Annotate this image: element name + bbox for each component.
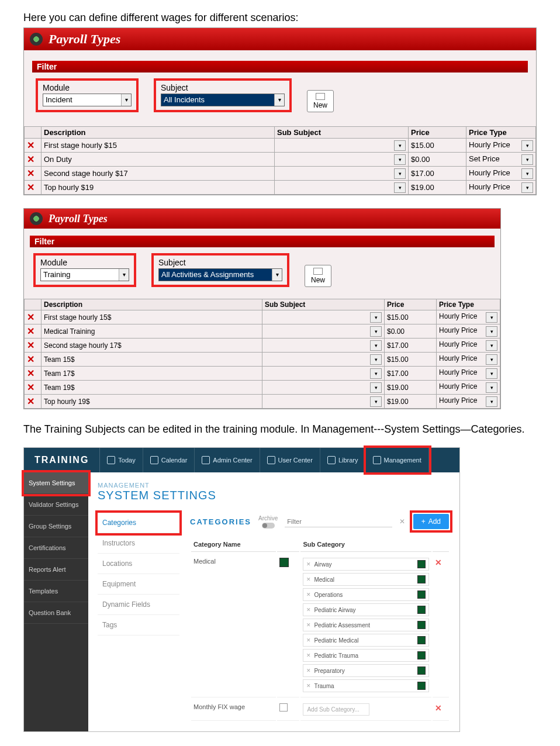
cell-pricetype[interactable]: Hourly Price▾ xyxy=(437,395,500,409)
color-swatch[interactable] xyxy=(417,560,426,568)
sidebar-item-system-settings[interactable]: System Settings xyxy=(24,472,88,494)
delete-icon[interactable]: ✕ xyxy=(27,312,34,322)
module-dropdown[interactable]: Incident ▾ xyxy=(43,94,132,106)
chevron-down-icon[interactable]: ▾ xyxy=(486,382,497,393)
cell-price[interactable]: $15.00 xyxy=(385,310,437,324)
nav-item-library[interactable]: Library xyxy=(320,448,366,472)
sidebar-item-templates[interactable]: Templates xyxy=(24,581,88,602)
chevron-down-icon[interactable]: ▾ xyxy=(521,168,533,179)
cell-description[interactable]: Top hourly 19$ xyxy=(42,395,262,409)
remove-icon[interactable]: ✕ xyxy=(306,561,311,567)
remove-icon[interactable]: ✕ xyxy=(306,668,311,674)
nav-item-calendar[interactable]: Calendar xyxy=(143,448,195,472)
chevron-down-icon[interactable]: ▾ xyxy=(370,396,382,407)
cell-subsubject[interactable]: ▾ xyxy=(262,367,385,381)
new-button[interactable]: New xyxy=(307,90,334,112)
cell-subsubject[interactable]: ▾ xyxy=(275,139,409,153)
color-swatch[interactable] xyxy=(279,558,289,567)
cell-subsubject[interactable]: ▾ xyxy=(262,395,385,409)
chevron-down-icon[interactable]: ▾ xyxy=(486,354,497,365)
add-subcategory-input[interactable]: Add Sub Category... xyxy=(303,703,369,716)
chevron-down-icon[interactable]: ▾ xyxy=(370,354,382,365)
subcategory-chip[interactable]: ✕Operations xyxy=(303,588,429,601)
delete-icon[interactable]: ✕ xyxy=(27,396,34,406)
nav-item-user-center[interactable]: User Center xyxy=(260,448,320,472)
cell-price[interactable]: $19.00 xyxy=(385,381,437,395)
cell-delete[interactable]: ✕ xyxy=(433,699,449,721)
remove-icon[interactable]: ✕ xyxy=(306,637,311,643)
delete-icon[interactable]: ✕ xyxy=(27,382,34,392)
subcategory-chip[interactable]: ✕Pediatric Airway xyxy=(303,603,429,616)
new-button[interactable]: New xyxy=(305,265,331,287)
chevron-down-icon[interactable]: ▾ xyxy=(394,140,406,151)
nav-item-admin-center[interactable]: Admin Center xyxy=(195,448,260,472)
cell-price[interactable]: $0.00 xyxy=(385,324,437,339)
cell-description[interactable]: Team 15$ xyxy=(42,353,262,367)
subcategory-chip[interactable]: ✕Pediatric Assessment xyxy=(303,619,429,631)
cell-price[interactable]: $15.00 xyxy=(385,353,437,367)
chevron-down-icon[interactable]: ▾ xyxy=(486,326,497,337)
chevron-down-icon[interactable]: ▾ xyxy=(370,382,382,393)
subnav-item-categories[interactable]: Categories xyxy=(98,513,179,533)
cell-price[interactable]: $19.00 xyxy=(409,181,466,195)
remove-icon[interactable]: ✕ xyxy=(306,607,311,613)
checkbox[interactable] xyxy=(279,703,288,712)
archive-toggle[interactable]: Archive xyxy=(258,515,278,529)
sidebar-item-group-settings[interactable]: Group Settings xyxy=(24,516,88,537)
nav-item-today[interactable]: Today xyxy=(100,448,143,472)
chevron-down-icon[interactable]: ▾ xyxy=(370,312,382,323)
color-swatch[interactable] xyxy=(417,682,426,690)
chevron-down-icon[interactable]: ▾ xyxy=(394,182,406,193)
chevron-down-icon[interactable]: ▾ xyxy=(486,312,497,323)
color-swatch[interactable] xyxy=(417,590,426,599)
delete-icon[interactable]: ✕ xyxy=(435,703,442,713)
chevron-down-icon[interactable]: ▾ xyxy=(486,368,497,379)
delete-icon[interactable]: ✕ xyxy=(27,340,34,350)
cell-pricetype[interactable]: Hourly Price▾ xyxy=(466,139,536,153)
subcategory-chip[interactable]: ✕Preparatory xyxy=(303,664,429,677)
sidebar-item-reports-alert[interactable]: Reports Alert xyxy=(24,559,88,581)
cell-pricetype[interactable]: Hourly Price▾ xyxy=(437,324,500,339)
subcategory-chip[interactable]: ✕Airway xyxy=(303,558,429,571)
delete-icon[interactable]: ✕ xyxy=(27,168,34,178)
cell-pricetype[interactable]: Hourly Price▾ xyxy=(466,167,536,181)
chevron-down-icon[interactable]: ▾ xyxy=(370,326,382,337)
remove-icon[interactable]: ✕ xyxy=(306,592,311,598)
sidebar-item-certifications[interactable]: Certifications xyxy=(24,537,88,559)
cell-subsubject[interactable]: ▾ xyxy=(262,324,385,339)
cell-category-name[interactable]: Monthly FIX wage xyxy=(191,699,276,721)
chevron-down-icon[interactable]: ▾ xyxy=(521,140,533,151)
subnav-item-instructors[interactable]: Instructors xyxy=(98,533,179,554)
nav-item-management[interactable]: Management xyxy=(366,448,429,472)
subject-dropdown[interactable]: All Incidents ▾ xyxy=(161,94,285,106)
delete-icon[interactable]: ✕ xyxy=(27,354,34,364)
subcategory-chip[interactable]: ✕Trauma xyxy=(303,679,429,692)
cell-color[interactable] xyxy=(277,553,299,697)
cell-description[interactable]: First stage hourly 15$ xyxy=(42,310,262,324)
cell-subsubject[interactable]: ▾ xyxy=(275,167,409,181)
filter-input[interactable] xyxy=(285,516,392,527)
cell-pricetype[interactable]: Hourly Price▾ xyxy=(437,367,500,381)
add-button[interactable]: + Add xyxy=(413,514,449,529)
cell-description[interactable]: Second stage hourly $17 xyxy=(42,167,275,181)
color-swatch[interactable] xyxy=(417,666,426,675)
cell-price[interactable]: $17.00 xyxy=(385,367,437,381)
subcategory-chip[interactable]: ✕Pediatric Trauma xyxy=(303,649,429,662)
cell-subsubject[interactable]: ▾ xyxy=(275,181,409,195)
cell-description[interactable]: Second stage hourly 17$ xyxy=(42,339,262,353)
remove-icon[interactable]: ✕ xyxy=(306,683,311,689)
cell-description[interactable]: Medical Training xyxy=(42,324,262,339)
cell-delete[interactable]: ✕ xyxy=(433,553,449,697)
chevron-down-icon[interactable]: ▾ xyxy=(394,154,406,165)
subcategory-chip[interactable]: ✕Medical xyxy=(303,573,429,586)
color-swatch[interactable] xyxy=(417,621,426,629)
color-swatch[interactable] xyxy=(417,606,426,614)
cell-subsubject[interactable]: ▾ xyxy=(262,310,385,324)
color-swatch[interactable] xyxy=(417,636,426,644)
delete-icon[interactable]: ✕ xyxy=(435,558,442,567)
cell-price[interactable]: $0.00 xyxy=(409,153,466,167)
cell-pricetype[interactable]: Set Price▾ xyxy=(466,153,536,167)
delete-icon[interactable]: ✕ xyxy=(27,326,34,336)
cell-subsubject[interactable]: ▾ xyxy=(262,381,385,395)
delete-icon[interactable]: ✕ xyxy=(27,154,34,164)
